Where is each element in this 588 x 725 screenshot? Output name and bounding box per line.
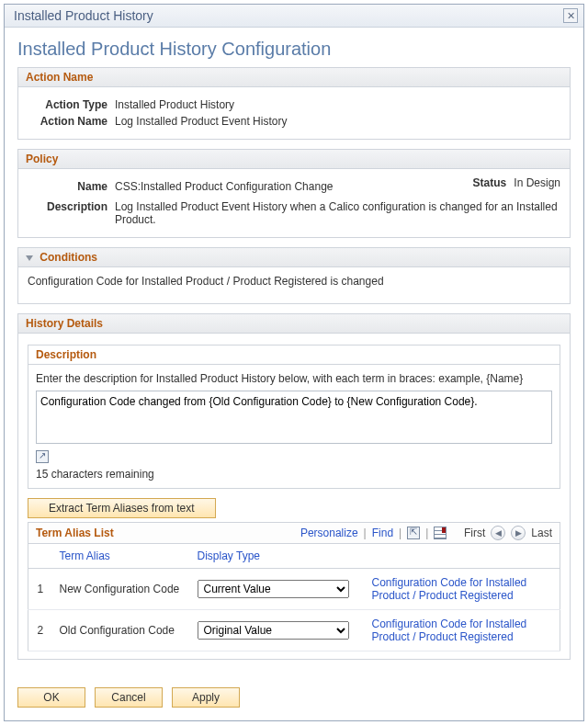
pipe: | <box>425 527 428 539</box>
description-header: Description <box>28 346 560 365</box>
personalize-link[interactable]: Personalize <box>300 527 358 539</box>
section-body-conditions: Configuration Code for Installed Product… <box>17 267 571 304</box>
term-alias-header: Term Alias List Personalize | Find | | F… <box>28 522 560 544</box>
term-alias-title: Term Alias List <box>36 527 114 539</box>
section-body-action: Action Type Installed Product History Ac… <box>17 87 571 140</box>
term-alias-toolbar: Personalize | Find | | First ◀ ▶ Last <box>300 526 552 540</box>
cancel-button[interactable]: Cancel <box>95 687 163 708</box>
col-link <box>365 544 560 569</box>
value-policy-desc: Log Installed Product Event History when… <box>115 200 560 226</box>
row-number: 1 <box>28 569 52 610</box>
field-policy-status: Status In Design <box>473 176 560 197</box>
dialog-content: Installed Product History Configuration … <box>5 28 583 680</box>
section-body-policy: Name CSS:Installed Product Configuration… <box>17 169 571 238</box>
row-alias: New Configuration Code <box>52 569 190 610</box>
value-policy-name: CSS:Installed Product Configuration Chan… <box>115 180 473 193</box>
policy-name-status-row: Name CSS:Installed Product Configuration… <box>28 176 560 197</box>
field-policy-name: Name CSS:Installed Product Configuration… <box>28 180 473 193</box>
description-textarea[interactable] <box>36 391 552 444</box>
section-header-action: Action Name <box>17 67 571 87</box>
section-title-policy: Policy <box>26 153 58 165</box>
titlebar: Installed Product History ✕ <box>5 5 583 28</box>
row-display: Current Value <box>190 569 365 610</box>
dialog-title: Installed Product History <box>14 8 153 23</box>
section-header-history: History Details <box>17 313 571 334</box>
label-policy-desc: Description <box>28 200 115 226</box>
zoom-icon[interactable] <box>36 450 49 463</box>
field-action-name: Action Name Log Installed Product Event … <box>28 115 560 128</box>
chevron-down-icon <box>26 255 33 261</box>
term-alias-table: Term Alias Display Type 1 New Configurat… <box>28 544 560 651</box>
page-title: Installed Product History Configuration <box>17 39 571 60</box>
field-action-type: Action Type Installed Product History <box>28 98 560 111</box>
value-action-type: Installed Product History <box>115 98 560 111</box>
term-link[interactable]: Configuration Code for Installed Product… <box>372 617 527 643</box>
find-link[interactable]: Find <box>372 527 393 539</box>
label-policy-status: Status <box>473 176 514 189</box>
close-button[interactable]: ✕ <box>563 8 578 23</box>
table-row: 2 Old Configuration Code Original Value … <box>28 610 560 651</box>
table-row: 1 New Configuration Code Current Value C… <box>28 569 560 610</box>
section-title-action: Action Name <box>26 71 93 84</box>
display-type-select[interactable]: Original Value <box>198 621 349 640</box>
value-action-name: Log Installed Product Event History <box>115 115 560 128</box>
label-action-type: Action Type <box>28 98 115 111</box>
button-row: OK Cancel Apply <box>5 680 583 720</box>
label-action-name: Action Name <box>28 115 115 128</box>
display-type-select[interactable]: Current Value <box>198 580 349 598</box>
col-term-alias[interactable]: Term Alias <box>52 544 190 569</box>
label-policy-name: Name <box>28 180 115 193</box>
next-arrow-icon[interactable]: ▶ <box>511 526 526 540</box>
apply-button[interactable]: Apply <box>172 687 240 708</box>
col-display-type[interactable]: Display Type <box>190 544 365 569</box>
row-alias: Old Configuration Code <box>52 610 190 651</box>
prev-arrow-icon[interactable]: ◀ <box>491 526 505 540</box>
col-num <box>28 544 52 569</box>
section-header-policy: Policy <box>17 149 571 169</box>
description-help: Enter the description for Installed Prod… <box>36 372 552 385</box>
row-number: 2 <box>28 610 52 651</box>
first-label: First <box>464 527 485 539</box>
term-link[interactable]: Configuration Code for Installed Product… <box>372 576 527 602</box>
section-title-conditions: Conditions <box>40 251 97 264</box>
row-link-cell: Configuration Code for Installed Product… <box>365 569 560 610</box>
pipe: | <box>364 527 367 539</box>
conditions-text: Configuration Code for Installed Product… <box>28 275 384 288</box>
last-label: Last <box>531 527 552 539</box>
view-all-icon[interactable] <box>407 527 420 539</box>
textarea-footer <box>36 450 552 466</box>
section-title-history: History Details <box>26 317 103 330</box>
extract-term-aliases-button[interactable]: Extract Term Aliases from text <box>28 498 216 518</box>
row-display: Original Value <box>190 610 365 651</box>
download-icon[interactable] <box>434 527 447 539</box>
dialog-window: Installed Product History ✕ Installed Pr… <box>4 4 584 721</box>
description-body: Enter the description for Installed Prod… <box>28 365 560 488</box>
section-header-conditions[interactable]: Conditions <box>17 247 571 267</box>
description-box: Description Enter the description for In… <box>28 345 560 489</box>
value-policy-status: In Design <box>514 176 560 189</box>
chars-remaining: 15 characters remaining <box>36 468 552 481</box>
section-body-history: Description Enter the description for In… <box>17 334 571 660</box>
ok-button[interactable]: OK <box>17 687 85 708</box>
pipe: | <box>399 527 401 539</box>
field-policy-desc: Description Log Installed Product Event … <box>28 200 560 226</box>
table-header-row: Term Alias Display Type <box>28 544 560 569</box>
row-link-cell: Configuration Code for Installed Product… <box>365 610 560 651</box>
